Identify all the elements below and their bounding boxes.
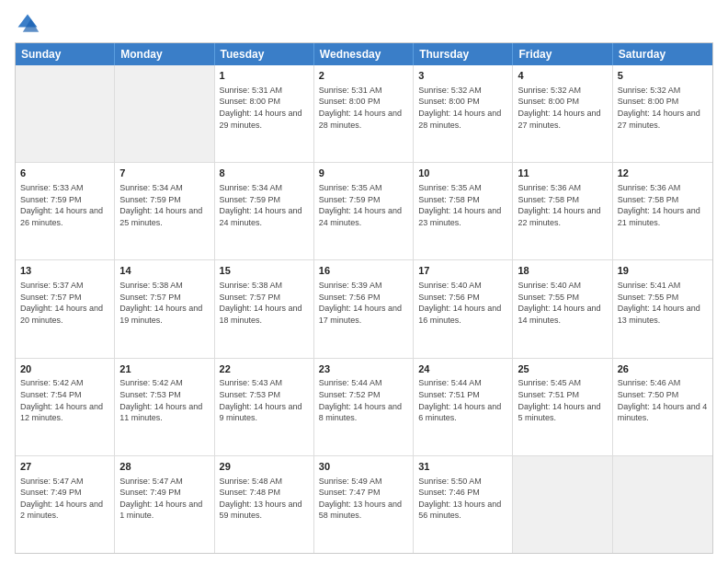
day-number: 13 xyxy=(20,264,109,278)
cell-info: Sunrise: 5:34 AM Sunset: 7:59 PM Dayligh… xyxy=(119,182,209,228)
day-number: 20 xyxy=(20,362,109,376)
day-number: 29 xyxy=(220,460,309,474)
cell-info: Sunrise: 5:37 AM Sunset: 7:57 PM Dayligh… xyxy=(20,280,109,326)
cal-cell: 2Sunrise: 5:31 AM Sunset: 8:00 PM Daylig… xyxy=(314,65,414,162)
logo-icon xyxy=(15,11,40,37)
day-number: 4 xyxy=(518,69,607,83)
cal-cell: 5Sunrise: 5:32 AM Sunset: 8:00 PM Daylig… xyxy=(613,65,712,162)
cal-cell: 28Sunrise: 5:47 AM Sunset: 7:49 PM Dayli… xyxy=(115,456,214,553)
cell-info: Sunrise: 5:44 AM Sunset: 7:52 PM Dayligh… xyxy=(319,377,408,423)
cell-info: Sunrise: 5:32 AM Sunset: 8:00 PM Dayligh… xyxy=(418,85,507,131)
cell-info: Sunrise: 5:38 AM Sunset: 7:57 PM Dayligh… xyxy=(119,280,209,326)
cal-cell: 30Sunrise: 5:49 AM Sunset: 7:47 PM Dayli… xyxy=(314,456,414,553)
calendar: SundayMondayTuesdayWednesdayThursdayFrid… xyxy=(15,42,713,554)
cal-cell: 29Sunrise: 5:48 AM Sunset: 7:48 PM Dayli… xyxy=(215,456,314,553)
day-number: 3 xyxy=(418,69,507,83)
cal-cell xyxy=(513,456,612,553)
calendar-body: 1Sunrise: 5:31 AM Sunset: 8:00 PM Daylig… xyxy=(16,65,712,553)
cal-cell: 18Sunrise: 5:40 AM Sunset: 7:55 PM Dayli… xyxy=(513,260,612,357)
cell-info: Sunrise: 5:41 AM Sunset: 7:55 PM Dayligh… xyxy=(618,280,708,326)
day-number: 15 xyxy=(220,264,309,278)
cal-cell: 26Sunrise: 5:46 AM Sunset: 7:50 PM Dayli… xyxy=(613,359,712,455)
cal-cell: 19Sunrise: 5:41 AM Sunset: 7:55 PM Dayli… xyxy=(613,260,712,357)
day-number: 8 xyxy=(220,167,309,180)
cal-cell: 27Sunrise: 5:47 AM Sunset: 7:49 PM Dayli… xyxy=(16,456,115,553)
day-number: 22 xyxy=(220,362,309,376)
cell-info: Sunrise: 5:49 AM Sunset: 7:47 PM Dayligh… xyxy=(319,476,408,522)
cell-info: Sunrise: 5:38 AM Sunset: 7:57 PM Dayligh… xyxy=(220,280,309,326)
logo xyxy=(15,11,44,37)
cal-cell: 23Sunrise: 5:44 AM Sunset: 7:52 PM Dayli… xyxy=(314,359,414,455)
cell-info: Sunrise: 5:33 AM Sunset: 7:59 PM Dayligh… xyxy=(20,182,109,228)
header xyxy=(15,11,713,37)
cal-cell: 21Sunrise: 5:42 AM Sunset: 7:53 PM Dayli… xyxy=(115,359,214,455)
cell-info: Sunrise: 5:45 AM Sunset: 7:51 PM Dayligh… xyxy=(518,377,607,423)
cell-info: Sunrise: 5:50 AM Sunset: 7:46 PM Dayligh… xyxy=(418,476,507,522)
day-number: 10 xyxy=(418,167,507,180)
day-number: 11 xyxy=(518,167,607,180)
day-number: 27 xyxy=(20,460,109,474)
cal-cell: 12Sunrise: 5:36 AM Sunset: 7:58 PM Dayli… xyxy=(613,163,712,259)
cal-cell: 31Sunrise: 5:50 AM Sunset: 7:46 PM Dayli… xyxy=(414,456,513,553)
cal-header-sunday: Sunday xyxy=(16,43,115,65)
cal-cell: 4Sunrise: 5:32 AM Sunset: 8:00 PM Daylig… xyxy=(513,65,612,162)
cal-week-0: 1Sunrise: 5:31 AM Sunset: 8:00 PM Daylig… xyxy=(16,65,712,163)
cell-info: Sunrise: 5:31 AM Sunset: 8:00 PM Dayligh… xyxy=(319,85,408,131)
cal-cell: 24Sunrise: 5:44 AM Sunset: 7:51 PM Dayli… xyxy=(414,359,513,455)
cal-cell: 7Sunrise: 5:34 AM Sunset: 7:59 PM Daylig… xyxy=(115,163,214,259)
cell-info: Sunrise: 5:31 AM Sunset: 8:00 PM Dayligh… xyxy=(220,85,309,131)
cal-cell xyxy=(16,65,115,162)
cal-cell: 14Sunrise: 5:38 AM Sunset: 7:57 PM Dayli… xyxy=(115,260,214,357)
day-number: 12 xyxy=(618,167,708,180)
cal-week-1: 6Sunrise: 5:33 AM Sunset: 7:59 PM Daylig… xyxy=(16,163,712,260)
cal-cell: 20Sunrise: 5:42 AM Sunset: 7:54 PM Dayli… xyxy=(16,359,115,455)
cell-info: Sunrise: 5:32 AM Sunset: 8:00 PM Dayligh… xyxy=(518,85,607,131)
cal-header-thursday: Thursday xyxy=(414,43,513,65)
cal-cell: 15Sunrise: 5:38 AM Sunset: 7:57 PM Dayli… xyxy=(215,260,314,357)
cell-info: Sunrise: 5:35 AM Sunset: 7:58 PM Dayligh… xyxy=(418,182,507,228)
cell-info: Sunrise: 5:47 AM Sunset: 7:49 PM Dayligh… xyxy=(119,476,209,522)
day-number: 23 xyxy=(319,362,408,376)
day-number: 6 xyxy=(20,167,109,180)
cal-cell: 13Sunrise: 5:37 AM Sunset: 7:57 PM Dayli… xyxy=(16,260,115,357)
cal-cell: 8Sunrise: 5:34 AM Sunset: 7:59 PM Daylig… xyxy=(215,163,314,259)
cell-info: Sunrise: 5:39 AM Sunset: 7:56 PM Dayligh… xyxy=(319,280,408,326)
cal-cell: 16Sunrise: 5:39 AM Sunset: 7:56 PM Dayli… xyxy=(314,260,414,357)
cell-info: Sunrise: 5:32 AM Sunset: 8:00 PM Dayligh… xyxy=(618,85,708,131)
calendar-header: SundayMondayTuesdayWednesdayThursdayFrid… xyxy=(16,43,712,65)
cal-cell: 11Sunrise: 5:36 AM Sunset: 7:58 PM Dayli… xyxy=(513,163,612,259)
cal-week-4: 27Sunrise: 5:47 AM Sunset: 7:49 PM Dayli… xyxy=(16,456,712,553)
cell-info: Sunrise: 5:46 AM Sunset: 7:50 PM Dayligh… xyxy=(618,377,708,423)
day-number: 16 xyxy=(319,264,408,278)
cal-header-tuesday: Tuesday xyxy=(215,43,314,65)
cal-cell: 6Sunrise: 5:33 AM Sunset: 7:59 PM Daylig… xyxy=(16,163,115,259)
cell-info: Sunrise: 5:34 AM Sunset: 7:59 PM Dayligh… xyxy=(220,182,309,228)
cal-cell xyxy=(115,65,214,162)
cal-header-saturday: Saturday xyxy=(613,43,712,65)
cal-header-friday: Friday xyxy=(513,43,612,65)
cal-cell: 9Sunrise: 5:35 AM Sunset: 7:59 PM Daylig… xyxy=(314,163,414,259)
cell-info: Sunrise: 5:40 AM Sunset: 7:55 PM Dayligh… xyxy=(518,280,607,326)
cell-info: Sunrise: 5:40 AM Sunset: 7:56 PM Dayligh… xyxy=(418,280,507,326)
cal-header-monday: Monday xyxy=(115,43,214,65)
cal-cell: 17Sunrise: 5:40 AM Sunset: 7:56 PM Dayli… xyxy=(414,260,513,357)
cal-week-2: 13Sunrise: 5:37 AM Sunset: 7:57 PM Dayli… xyxy=(16,260,712,358)
cell-info: Sunrise: 5:42 AM Sunset: 7:54 PM Dayligh… xyxy=(20,377,109,423)
cal-cell: 25Sunrise: 5:45 AM Sunset: 7:51 PM Dayli… xyxy=(513,359,612,455)
day-number: 18 xyxy=(518,264,607,278)
cell-info: Sunrise: 5:36 AM Sunset: 7:58 PM Dayligh… xyxy=(518,182,607,228)
day-number: 2 xyxy=(319,69,408,83)
cell-info: Sunrise: 5:47 AM Sunset: 7:49 PM Dayligh… xyxy=(20,476,109,522)
cal-cell xyxy=(613,456,712,553)
day-number: 21 xyxy=(119,362,209,376)
day-number: 24 xyxy=(418,362,507,376)
cal-header-wednesday: Wednesday xyxy=(314,43,414,65)
day-number: 25 xyxy=(518,362,607,376)
day-number: 17 xyxy=(418,264,507,278)
day-number: 1 xyxy=(220,69,309,83)
page: SundayMondayTuesdayWednesdayThursdayFrid… xyxy=(0,0,728,563)
day-number: 31 xyxy=(418,460,507,474)
day-number: 9 xyxy=(319,167,408,180)
cell-info: Sunrise: 5:48 AM Sunset: 7:48 PM Dayligh… xyxy=(220,476,309,522)
day-number: 14 xyxy=(119,264,209,278)
